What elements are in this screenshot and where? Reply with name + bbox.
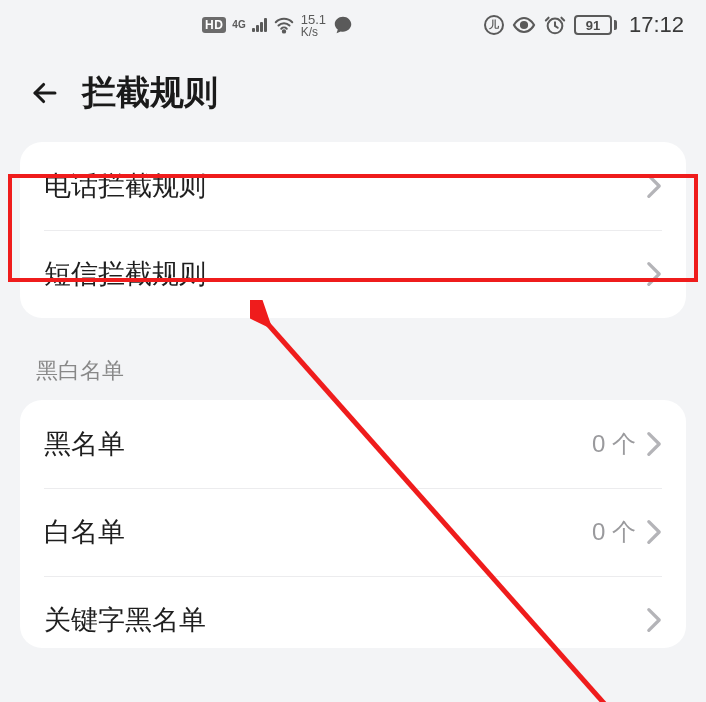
row-label: 黑名单 (44, 426, 125, 462)
row-label: 电话拦截规则 (44, 168, 206, 204)
battery-icon: 91 (574, 15, 617, 35)
chevron-right-icon (646, 607, 662, 633)
row-value: 0 个 (592, 428, 636, 460)
svg-point-1 (521, 22, 527, 28)
row-value: 0 个 (592, 516, 636, 548)
svg-point-0 (282, 30, 284, 32)
status-bar: HD 4G 15.1 K/s 儿 91 17:12 (0, 0, 706, 40)
row-whitelist[interactable]: 白名单 0 个 (20, 488, 686, 576)
row-sms-block-rules[interactable]: 短信拦截规则 (20, 230, 686, 318)
signal-bars-icon (252, 18, 267, 32)
row-blacklist[interactable]: 黑名单 0 个 (20, 400, 686, 488)
block-rules-card: 电话拦截规则 短信拦截规则 (20, 142, 686, 318)
chevron-right-icon (646, 173, 662, 199)
lists-card: 黑名单 0 个 白名单 0 个 关键字黑名单 (20, 400, 686, 648)
network-4g-icon: 4G (232, 20, 245, 30)
hd-badge: HD (202, 17, 226, 33)
row-keyword-blacklist[interactable]: 关键字黑名单 (20, 576, 686, 648)
status-circle-icon: 儿 (484, 15, 504, 35)
section-title-lists: 黑白名单 (0, 338, 706, 400)
row-label: 短信拦截规则 (44, 256, 206, 292)
chevron-right-icon (646, 519, 662, 545)
wifi-icon (273, 14, 295, 36)
row-label: 白名单 (44, 514, 125, 550)
message-bubble-icon (332, 14, 354, 36)
chevron-right-icon (646, 261, 662, 287)
row-call-block-rules[interactable]: 电话拦截规则 (20, 142, 686, 230)
status-time: 17:12 (629, 12, 684, 38)
chevron-right-icon (646, 431, 662, 457)
page-title: 拦截规则 (82, 70, 218, 116)
alarm-clock-icon (544, 14, 566, 36)
back-arrow-icon[interactable] (28, 76, 62, 110)
eye-icon (512, 13, 536, 37)
page-header: 拦截规则 (0, 40, 706, 142)
row-label: 关键字黑名单 (44, 602, 206, 638)
network-speed: 15.1 K/s (301, 13, 326, 38)
